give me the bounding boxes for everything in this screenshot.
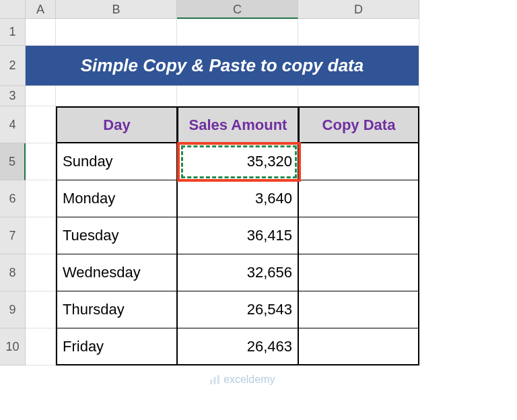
cell-A5[interactable] bbox=[26, 143, 56, 180]
cell-day-tuesday[interactable]: Tuesday bbox=[56, 217, 177, 254]
cell-C3[interactable] bbox=[177, 86, 298, 106]
header-copy-data[interactable]: Copy Data bbox=[298, 106, 419, 143]
cell-amount-monday[interactable]: 3,640 bbox=[177, 180, 298, 217]
svg-rect-0 bbox=[210, 380, 212, 384]
row-header-2[interactable]: 2 bbox=[0, 46, 26, 86]
watermark-text: exceldemy bbox=[223, 374, 275, 386]
cell-B3[interactable] bbox=[56, 86, 177, 106]
row-headers: 1 2 3 4 5 6 7 8 9 10 bbox=[0, 19, 26, 365]
col-header-B[interactable]: B bbox=[56, 0, 177, 19]
svg-rect-2 bbox=[217, 375, 219, 384]
cell-copy-friday[interactable] bbox=[298, 328, 419, 365]
cell-day-friday[interactable]: Friday bbox=[56, 328, 177, 365]
row-header-10[interactable]: 10 bbox=[0, 328, 26, 365]
cell-A8[interactable] bbox=[26, 254, 56, 291]
cell-C1[interactable] bbox=[177, 19, 298, 46]
cell-A9[interactable] bbox=[26, 291, 56, 328]
row-header-7[interactable]: 7 bbox=[0, 217, 26, 254]
svg-rect-1 bbox=[214, 377, 216, 384]
select-all-corner[interactable] bbox=[0, 0, 26, 19]
cell-copy-sunday[interactable] bbox=[298, 143, 419, 180]
column-headers: A B C D bbox=[26, 0, 419, 19]
col-header-C[interactable]: C bbox=[177, 0, 298, 19]
row-header-9[interactable]: 9 bbox=[0, 291, 26, 328]
cell-D1[interactable] bbox=[298, 19, 419, 46]
cell-amount-wednesday[interactable]: 32,656 bbox=[177, 254, 298, 291]
row-header-3[interactable]: 3 bbox=[0, 86, 26, 106]
cell-day-sunday[interactable]: Sunday bbox=[56, 143, 177, 180]
header-sales-amount[interactable]: Sales Amount bbox=[177, 106, 298, 143]
cell-D3[interactable] bbox=[298, 86, 419, 106]
row-header-4[interactable]: 4 bbox=[0, 106, 26, 143]
cell-A1[interactable] bbox=[26, 19, 56, 46]
cell-day-thursday[interactable]: Thursday bbox=[56, 291, 177, 328]
cell-A10[interactable] bbox=[26, 328, 56, 365]
cell-copy-monday[interactable] bbox=[298, 180, 419, 217]
cell-A3[interactable] bbox=[26, 86, 56, 106]
title-banner[interactable]: Simple Copy & Paste to copy data bbox=[26, 46, 419, 86]
row-header-6[interactable]: 6 bbox=[0, 180, 26, 217]
cell-amount-friday[interactable]: 26,463 bbox=[177, 328, 298, 365]
cell-amount-sunday[interactable]: 35,320 bbox=[177, 143, 298, 180]
cell-A7[interactable] bbox=[26, 217, 56, 254]
row-header-5[interactable]: 5 bbox=[0, 143, 26, 180]
cell-A6[interactable] bbox=[26, 180, 56, 217]
cell-copy-wednesday[interactable] bbox=[298, 254, 419, 291]
row-header-1[interactable]: 1 bbox=[0, 19, 26, 46]
cell-amount-tuesday[interactable]: 36,415 bbox=[177, 217, 298, 254]
cell-A4[interactable] bbox=[26, 106, 56, 143]
chart-icon bbox=[209, 374, 221, 386]
cell-B1[interactable] bbox=[56, 19, 177, 46]
cell-copy-tuesday[interactable] bbox=[298, 217, 419, 254]
watermark: exceldemy bbox=[209, 374, 275, 386]
cells-grid: Simple Copy & Paste to copy data Day Sal… bbox=[26, 19, 419, 365]
col-header-A[interactable]: A bbox=[26, 0, 56, 19]
cell-day-monday[interactable]: Monday bbox=[56, 180, 177, 217]
cell-amount-thursday[interactable]: 26,543 bbox=[177, 291, 298, 328]
col-header-D[interactable]: D bbox=[298, 0, 419, 19]
spreadsheet: A B C D 1 2 3 4 5 6 7 8 9 10 Simple Copy… bbox=[0, 0, 517, 420]
header-day[interactable]: Day bbox=[56, 106, 177, 143]
row-header-8[interactable]: 8 bbox=[0, 254, 26, 291]
cell-day-wednesday[interactable]: Wednesday bbox=[56, 254, 177, 291]
cell-copy-thursday[interactable] bbox=[298, 291, 419, 328]
